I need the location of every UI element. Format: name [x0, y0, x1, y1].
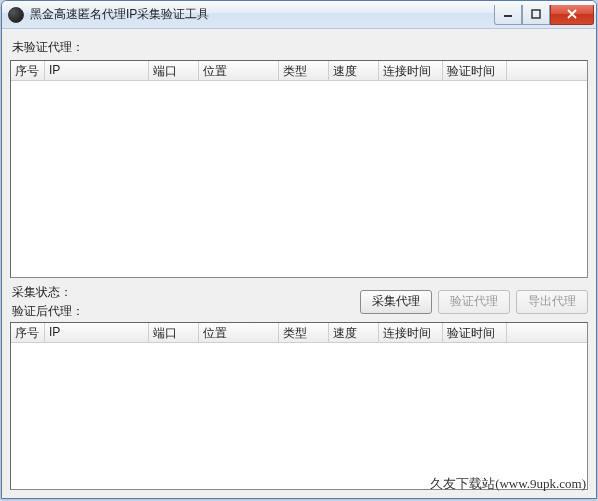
- collect-status-label: 采集状态：: [12, 284, 354, 301]
- col-port[interactable]: 端口: [149, 323, 199, 342]
- window-controls: [494, 5, 594, 25]
- col-speed[interactable]: 速度: [329, 323, 379, 342]
- titlebar[interactable]: 黑金高速匿名代理IP采集验证工具: [2, 1, 596, 29]
- col-ip[interactable]: IP: [45, 323, 149, 342]
- col-seq[interactable]: 序号: [11, 323, 45, 342]
- col-connect-time[interactable]: 连接时间: [379, 323, 443, 342]
- client-area: 未验证代理： 序号 IP 端口 位置 类型 速度 连接时间 验证时间 采集状态：…: [2, 29, 596, 498]
- window-title: 黑金高速匿名代理IP采集验证工具: [30, 6, 494, 23]
- col-speed[interactable]: 速度: [329, 61, 379, 80]
- col-connect-time[interactable]: 连接时间: [379, 61, 443, 80]
- maximize-icon: [531, 9, 541, 19]
- collect-button[interactable]: 采集代理: [360, 290, 432, 314]
- minimize-button[interactable]: [494, 5, 522, 25]
- col-spacer: [507, 323, 587, 342]
- col-type[interactable]: 类型: [279, 61, 329, 80]
- status-labels: 采集状态： 验证后代理：: [10, 284, 354, 320]
- app-icon: [8, 7, 24, 23]
- verify-button: 验证代理: [438, 290, 510, 314]
- verified-listview[interactable]: 序号 IP 端口 位置 类型 速度 连接时间 验证时间: [10, 322, 588, 490]
- col-port[interactable]: 端口: [149, 61, 199, 80]
- maximize-button[interactable]: [522, 5, 550, 25]
- col-location[interactable]: 位置: [199, 323, 279, 342]
- unverified-label: 未验证代理：: [12, 39, 588, 56]
- close-button[interactable]: [550, 5, 594, 25]
- unverified-header: 序号 IP 端口 位置 类型 速度 连接时间 验证时间: [11, 61, 587, 81]
- unverified-listview[interactable]: 序号 IP 端口 位置 类型 速度 连接时间 验证时间: [10, 60, 588, 278]
- verified-body[interactable]: [11, 343, 587, 489]
- verified-header: 序号 IP 端口 位置 类型 速度 连接时间 验证时间: [11, 323, 587, 343]
- svg-rect-0: [504, 15, 512, 17]
- close-icon: [566, 9, 578, 19]
- col-location[interactable]: 位置: [199, 61, 279, 80]
- verified-label: 验证后代理：: [12, 303, 354, 320]
- svg-rect-1: [532, 10, 540, 18]
- col-type[interactable]: 类型: [279, 323, 329, 342]
- minimize-icon: [503, 9, 513, 19]
- col-verify-time[interactable]: 验证时间: [443, 61, 507, 80]
- unverified-body[interactable]: [11, 81, 587, 277]
- middle-toolbar: 采集状态： 验证后代理： 采集代理 验证代理 导出代理: [10, 284, 588, 320]
- col-ip[interactable]: IP: [45, 61, 149, 80]
- col-spacer: [507, 61, 587, 80]
- app-window: 黑金高速匿名代理IP采集验证工具 未验证代理： 序号 IP 端口 位置 类型 速…: [1, 0, 597, 499]
- col-verify-time[interactable]: 验证时间: [443, 323, 507, 342]
- col-seq[interactable]: 序号: [11, 61, 45, 80]
- export-button: 导出代理: [516, 290, 588, 314]
